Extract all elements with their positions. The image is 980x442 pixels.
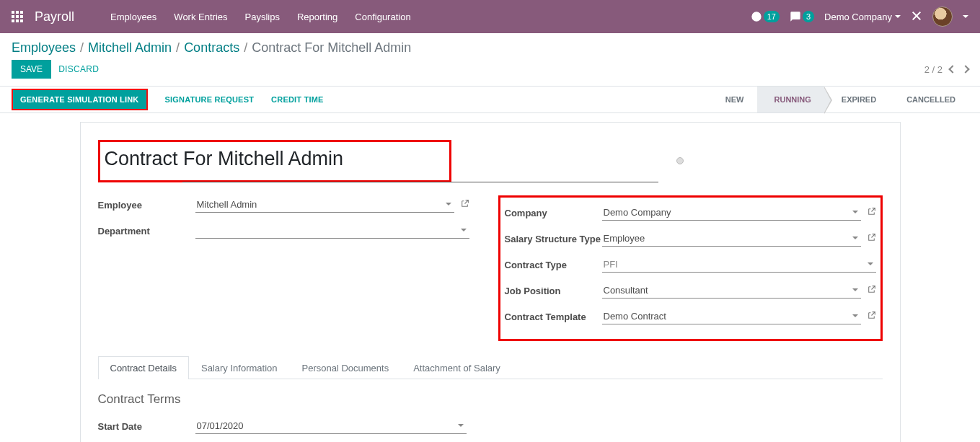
contract-type-label: Contract Type [505, 260, 602, 270]
pager-text: 2 / 2 [924, 64, 943, 75]
start-date-field[interactable] [195, 418, 467, 434]
employee-field[interactable] [195, 197, 454, 213]
nav-employees[interactable]: Employees [103, 6, 164, 28]
pager-prev-icon[interactable] [948, 65, 956, 73]
breadcrumb-employees[interactable]: Employees [12, 40, 76, 56]
company-field[interactable] [602, 205, 861, 221]
breadcrumb: Employees / Mitchell Admin / Contracts /… [12, 40, 411, 56]
contract-template-field[interactable] [602, 309, 861, 324]
company-label: Company [505, 208, 602, 218]
company-external-link-icon[interactable] [867, 207, 876, 218]
discard-button[interactable]: DISCARD [58, 64, 99, 74]
user-avatar[interactable] [932, 6, 953, 27]
form-sheet: Employee Department Co [80, 122, 901, 442]
nav-work-entries[interactable]: Work Entries [167, 6, 234, 28]
credit-time-button[interactable]: CREDIT TIME [271, 95, 323, 104]
stage-new[interactable]: NEW [708, 87, 757, 112]
contract-name-input[interactable] [105, 148, 348, 170]
user-menu-caret[interactable] [963, 15, 968, 18]
breadcrumb-contracts[interactable]: Contracts [184, 40, 239, 56]
contract-type-field[interactable] [602, 257, 876, 273]
department-label: Department [98, 226, 195, 237]
sstype-external-link-icon[interactable] [867, 233, 876, 244]
tab-attachment-of-salary[interactable]: Attachment of Salary [401, 356, 513, 379]
breadcrumb-sep: / [176, 40, 180, 56]
stage-expired[interactable]: EXPIRED [824, 87, 889, 112]
nav-payslips[interactable]: Payslips [238, 6, 287, 28]
generate-simulation-link-button[interactable]: GENERATE SIMULATION LINK [12, 89, 148, 110]
employee-external-link-icon[interactable] [460, 199, 469, 211]
activity-icon[interactable]: 17 [751, 11, 780, 22]
start-date-label: Start Date [98, 421, 195, 432]
template-external-link-icon[interactable] [867, 311, 876, 322]
tab-contract-details[interactable]: Contract Details [98, 356, 189, 379]
messages-icon[interactable]: 3 [790, 11, 814, 22]
form-tabs: Contract Details Salary Information Pers… [98, 355, 883, 379]
signature-request-button[interactable]: SIGNATURE REQUEST [165, 95, 255, 104]
breadcrumb-sep: / [244, 40, 247, 56]
apps-icon[interactable] [12, 11, 23, 22]
job-position-field[interactable] [602, 283, 861, 299]
activity-count: 17 [764, 11, 780, 22]
stage-cancelled[interactable]: CANCELLED [889, 87, 968, 112]
department-field[interactable] [195, 223, 469, 239]
tab-personal-documents[interactable]: Personal Documents [289, 356, 401, 379]
job-position-label: Job Position [505, 286, 602, 296]
tab-salary-information[interactable]: Salary Information [189, 356, 290, 379]
app-brand[interactable]: Payroll [35, 9, 74, 25]
stage-running[interactable]: RUNNING [757, 87, 824, 112]
salary-structure-type-field[interactable] [602, 231, 861, 247]
nav-configuration[interactable]: Configuration [348, 6, 418, 28]
company-switcher[interactable]: Demo Company [824, 12, 901, 22]
save-button[interactable]: SAVE [12, 60, 51, 79]
messages-count: 3 [803, 11, 814, 22]
top-nav: Employees Work Entries Payslips Reportin… [103, 6, 418, 28]
contract-terms-heading: Contract Terms [98, 392, 883, 407]
status-stages: NEW RUNNING EXPIRED CANCELLED [708, 87, 968, 112]
debug-icon[interactable] [911, 10, 922, 24]
nav-reporting[interactable]: Reporting [290, 6, 345, 28]
salary-structure-type-label: Salary Structure Type [505, 234, 602, 244]
contract-template-label: Contract Template [505, 311, 602, 322]
breadcrumb-mitchell[interactable]: Mitchell Admin [88, 40, 172, 56]
chevron-down-icon [895, 15, 901, 18]
pager-next-icon[interactable] [961, 65, 969, 73]
job-external-link-icon[interactable] [867, 285, 876, 296]
company-name: Demo Company [824, 12, 892, 22]
kanban-state-icon[interactable] [676, 157, 684, 164]
employee-label: Employee [98, 200, 195, 211]
breadcrumb-current: Contract For Mitchell Admin [252, 40, 411, 56]
breadcrumb-sep: / [80, 40, 84, 56]
